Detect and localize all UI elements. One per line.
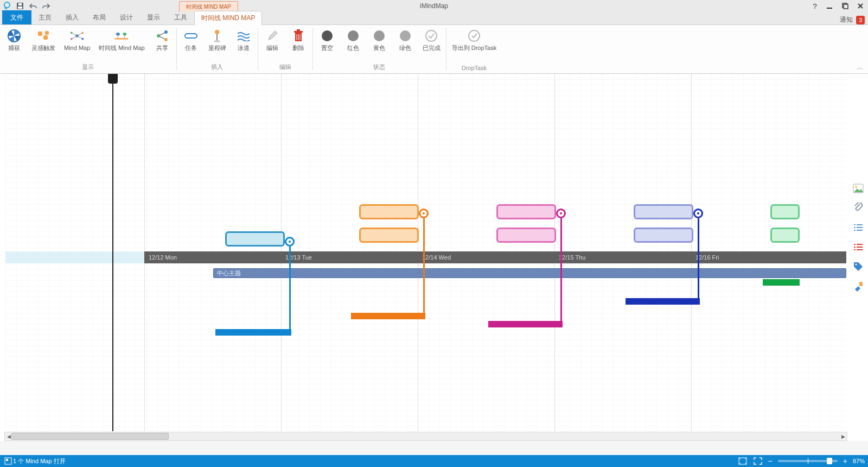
maximize-icon[interactable] — [840, 1, 851, 11]
swimlane-button[interactable]: 泳道 — [232, 26, 256, 52]
status-yellow-button[interactable]: 黄色 — [367, 26, 391, 52]
list-red-tool-icon[interactable] — [852, 241, 864, 253]
attachment-tool-icon[interactable] — [852, 202, 864, 214]
timeline-canvas[interactable]: 12/12 Mon 12/13 Tue 12/14 Wed 12/15 Thu … — [5, 74, 846, 431]
edit-button[interactable]: 编辑 — [260, 26, 284, 52]
menu-tabs: 文件 主页 插入 布局 设计 显示 工具 时间线 MIND MAP 通知 3 — [0, 12, 868, 25]
spark-button[interactable]: 灵感触发 — [28, 26, 59, 52]
now-marker-head[interactable] — [108, 74, 118, 84]
export-droptask-button[interactable]: 导出到 DropTask — [449, 26, 500, 52]
svg-point-54 — [856, 264, 857, 266]
svg-point-22 — [164, 30, 168, 34]
tab-home[interactable]: 主页 — [31, 10, 59, 24]
timeline-mindmap-button[interactable]: 时间线 Mind Map — [95, 26, 148, 52]
timeline-pin[interactable] — [285, 237, 295, 247]
svg-rect-42 — [854, 224, 856, 225]
delete-button[interactable]: 删除 — [286, 26, 310, 52]
svg-point-38 — [426, 30, 437, 41]
minimize-icon[interactable] — [825, 1, 835, 11]
timeline-card[interactable] — [225, 231, 285, 247]
help-icon[interactable]: ? — [809, 1, 820, 11]
circle-dark-icon — [320, 28, 335, 43]
zoom-slider[interactable] — [778, 460, 838, 462]
svg-point-41 — [855, 186, 857, 188]
tab-timeline-mindmap[interactable]: 时间线 MIND MAP — [194, 11, 262, 25]
app-title: iMindMap — [420, 2, 448, 10]
status-red-button[interactable]: 红色 — [341, 26, 365, 52]
zoom-value[interactable]: 87% — [853, 458, 865, 464]
timeline-card[interactable] — [770, 204, 800, 219]
timeline-pin[interactable] — [419, 209, 429, 218]
timeline-task-bar[interactable] — [215, 329, 291, 336]
zoom-in-icon[interactable]: + — [843, 457, 847, 465]
timeline-card[interactable] — [496, 228, 556, 243]
save-icon[interactable] — [15, 1, 25, 11]
group-label-droptask: DropTask — [462, 65, 487, 71]
tab-tools[interactable]: 工具 — [167, 10, 194, 24]
mindmap-icon — [69, 28, 85, 43]
fit-screen-icon[interactable] — [738, 456, 748, 466]
svg-rect-10 — [45, 31, 49, 35]
redo-icon[interactable] — [41, 1, 51, 11]
collapse-ribbon-icon[interactable]: ︿ — [856, 64, 864, 71]
notify-label[interactable]: 通知 — [840, 15, 853, 24]
svg-rect-48 — [854, 244, 856, 245]
center-theme-bar[interactable]: 中心主题 — [213, 268, 846, 278]
tab-display[interactable]: 显示 — [140, 10, 167, 24]
image-tool-icon[interactable] — [852, 182, 864, 194]
tag-tool-icon[interactable] — [852, 261, 864, 273]
statusbar-doc-icon[interactable] — [3, 456, 13, 466]
outline-tool-icon[interactable] — [852, 222, 864, 234]
task-button[interactable]: 任务 — [179, 26, 203, 52]
status-done-button[interactable]: 已完成 — [419, 26, 444, 52]
tab-insert[interactable]: 插入 — [59, 10, 86, 24]
timeline-task-bar[interactable] — [488, 321, 563, 327]
timeline-card[interactable] — [634, 204, 693, 219]
tab-layout[interactable]: 布局 — [86, 10, 113, 24]
tab-design[interactable]: 设计 — [113, 10, 140, 24]
now-marker-line[interactable] — [112, 84, 113, 431]
group-label-display: 显示 — [82, 63, 94, 71]
timeline-card[interactable] — [496, 204, 556, 219]
undo-icon[interactable] — [28, 1, 38, 11]
date-axis — [144, 251, 846, 263]
timeline-card[interactable] — [359, 204, 419, 219]
scroll-right-icon[interactable]: ▶ — [839, 432, 847, 440]
zoom-out-icon[interactable]: − — [768, 457, 773, 465]
timeline-card[interactable] — [359, 228, 419, 243]
spark-icon — [36, 28, 51, 43]
timeline-card[interactable] — [770, 228, 800, 243]
capture-button[interactable]: 捕获 — [2, 26, 26, 52]
close-icon[interactable] — [855, 1, 866, 11]
timeline-task-bar[interactable] — [763, 279, 800, 286]
svg-point-23 — [164, 38, 168, 41]
timeline-pin[interactable] — [693, 209, 703, 218]
status-blank-button[interactable]: 置空 — [315, 26, 339, 52]
svg-rect-17 — [117, 33, 120, 35]
notify-badge[interactable]: 3 — [856, 16, 865, 24]
horizontal-scrollbar[interactable]: ◀ ▶ — [4, 432, 847, 441]
timeline-task-bar[interactable] — [626, 298, 700, 305]
timeline-connector — [560, 218, 562, 324]
share-button[interactable]: 共享 — [150, 26, 174, 52]
svg-point-27 — [214, 40, 220, 42]
app-logo-icon[interactable] — [2, 1, 12, 11]
svg-rect-55 — [859, 282, 863, 286]
svg-rect-51 — [857, 247, 863, 248]
check-circle-icon — [424, 28, 439, 43]
svg-point-36 — [374, 30, 385, 41]
group-label-insert: 插入 — [211, 63, 223, 71]
format-tool-icon[interactable] — [852, 280, 864, 292]
scroll-thumb[interactable] — [11, 433, 169, 440]
tab-file[interactable]: 文件 — [2, 10, 31, 24]
timeline-task-bar[interactable] — [351, 313, 425, 319]
mindmap-button[interactable]: Mind Map — [61, 26, 93, 52]
canvas-area: 12/12 Mon 12/13 Tue 12/14 Wed 12/15 Thu … — [0, 74, 868, 441]
fullscreen-icon[interactable] — [753, 456, 763, 466]
svg-rect-6 — [844, 4, 848, 9]
milestone-button[interactable]: 里程碑 — [205, 26, 229, 52]
status-green-button[interactable]: 绿色 — [393, 26, 417, 52]
timeline-card[interactable] — [634, 228, 693, 243]
export-icon — [467, 28, 482, 43]
timeline-pin[interactable] — [556, 209, 566, 218]
